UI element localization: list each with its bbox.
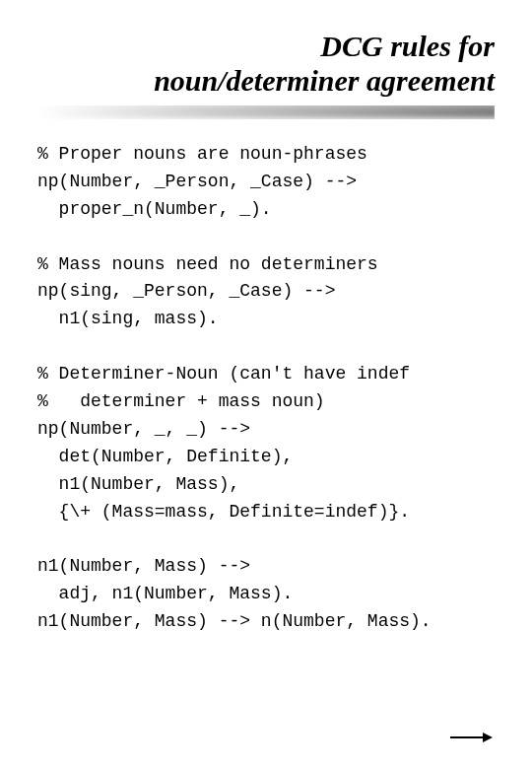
title-line-1: DCG rules for — [320, 30, 495, 62]
next-arrow-icon — [450, 728, 493, 745]
title-divider — [37, 105, 495, 119]
title-line-2: noun/determiner agreement — [154, 64, 495, 97]
code-block: % Proper nouns are noun-phrases np(Numbe… — [37, 141, 495, 636]
slide: DCG rules for noun/determiner agreement … — [0, 0, 532, 769]
slide-title: DCG rules for noun/determiner agreement — [37, 30, 495, 98]
